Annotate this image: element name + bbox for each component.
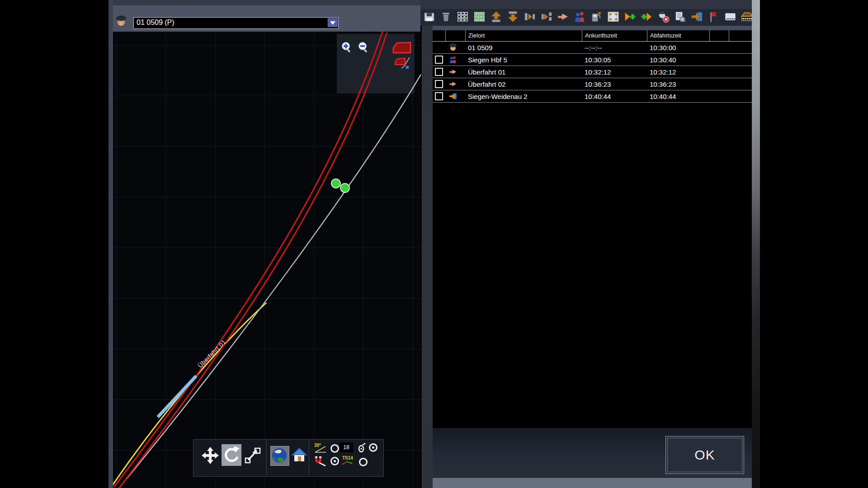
col-icon (445, 30, 465, 41)
zielort-cell: Siegen Hbf 5 (465, 56, 582, 64)
row-checkbox[interactable] (435, 68, 443, 76)
signal-large-icon[interactable] (392, 42, 411, 54)
refuel-icon[interactable] (590, 10, 603, 23)
globe-button[interactable] (270, 446, 289, 466)
table-row[interactable]: Überfahrt 01 10:32:12 10:32:12 (433, 66, 752, 78)
append-route-start-icon[interactable] (624, 10, 636, 23)
train-driver-icon (116, 14, 127, 28)
select-hand-icon[interactable] (557, 10, 569, 23)
layer-value[interactable]: 18 (340, 442, 353, 452)
col-extra-2 (729, 30, 752, 41)
ankunft-cell: --:--:-- (582, 44, 647, 52)
flag-icon[interactable] (708, 10, 720, 23)
col-zielort[interactable]: Zielort (465, 30, 582, 41)
control-panel-icon[interactable] (724, 10, 736, 23)
abfahrt-cell: 10:40:44 (647, 93, 709, 100)
ankunft-cell: 10:32:12 (582, 68, 647, 76)
zielort-cell: Siegen-Weidenau 2 (465, 93, 582, 100)
toolbar-top-strip (420, 0, 752, 9)
abfahrt-cell: 10:36:23 (647, 80, 709, 88)
dialog-bottom-bar (433, 478, 752, 488)
move-up-icon[interactable] (490, 10, 502, 23)
row-checkbox[interactable] (435, 56, 443, 64)
route-red-1 (114, 32, 382, 487)
row-checkbox[interactable] (435, 80, 443, 88)
table-gap-strip (433, 26, 752, 30)
magnet-edit-icon[interactable] (313, 455, 327, 468)
grid-icon[interactable] (457, 10, 469, 23)
table-row[interactable]: 01 0509 --:--:-- 10:30:00 (433, 42, 752, 54)
zielort-cell: Überfahrt 02 (465, 80, 582, 88)
zielort-cell: 01 0509 (465, 44, 582, 52)
route-editor-window: 01 0509 (P) Überfahrt 01 (0, 0, 868, 488)
signal-small-icon[interactable] (393, 56, 412, 71)
ts14-icon[interactable]: TS14 (342, 454, 355, 467)
radio-magnet[interactable] (330, 457, 339, 465)
scene-background-strip (752, 0, 760, 488)
delete-icon[interactable] (440, 10, 452, 23)
center-view-icon[interactable] (607, 10, 619, 23)
col-select (433, 30, 445, 41)
ok-button[interactable]: OK (665, 436, 744, 474)
zielort-cell: Überfahrt 01 (465, 68, 582, 76)
insert-before-icon[interactable] (524, 10, 536, 23)
grid-active-icon[interactable] (473, 10, 486, 23)
move-down-icon[interactable] (507, 10, 519, 23)
schedule-header: Zielort Ankunftszeit Abfahrtszeit (433, 30, 752, 42)
properties-icon[interactable] (674, 10, 686, 23)
save-icon[interactable] (423, 10, 435, 23)
track-gray (127, 75, 421, 479)
ankunft-cell: 10:30:05 (582, 56, 647, 64)
hand-pointer-icon (445, 68, 465, 76)
train-selector-value: 01 0509 (P) (137, 19, 175, 27)
map-topstrip (113, 0, 420, 5)
route-red-2 (118, 33, 387, 488)
table-row[interactable]: Siegen-Weidenau 2 10:40:44 10:40:44 (433, 90, 752, 103)
col-extra-1 (709, 30, 729, 41)
map-window-edge (108, 0, 113, 488)
remove-driver-icon[interactable] (657, 10, 670, 23)
abfahrt-cell: 10:30:00 (647, 44, 709, 52)
table-row[interactable]: Überfahrt 02 10:36:23 10:36:23 (433, 78, 752, 90)
move-object-button[interactable] (244, 447, 261, 466)
abfahrt-cell: 10:32:12 (647, 68, 709, 76)
pan-button[interactable] (202, 447, 219, 466)
ts14-label: TS14 (342, 455, 353, 460)
map-viewport[interactable]: Überfahrt 01 (113, 32, 423, 488)
append-route-end-icon[interactable] (641, 10, 653, 23)
zoom-out-button[interactable] (358, 42, 369, 53)
abfahrt-cell: 10:30:40 (647, 56, 709, 64)
green-waypoint-1[interactable] (331, 179, 340, 188)
train-driver-icon (445, 42, 465, 52)
coupling-icon[interactable] (357, 442, 366, 453)
ankunft-cell: 10:36:23 (582, 80, 647, 88)
rotate-button[interactable] (222, 444, 241, 466)
track-map: Überfahrt 01 (113, 32, 423, 488)
radio-coupling[interactable] (369, 443, 377, 452)
chevron-down-icon[interactable] (327, 18, 338, 27)
green-waypoint-2[interactable] (340, 183, 349, 192)
panel-divider (422, 26, 433, 488)
row-checkbox[interactable] (435, 92, 443, 100)
slope-icon[interactable]: 30° (314, 442, 327, 454)
radio-slope[interactable] (330, 444, 339, 453)
table-row[interactable]: Siegen Hbf 5 10:30:05 10:30:40 (433, 54, 752, 66)
route-end-icon (445, 92, 465, 100)
ankunft-cell: 10:40:44 (582, 93, 647, 100)
col-ankunftszeit[interactable]: Ankunftszeit (582, 30, 647, 41)
radio-ts14[interactable] (359, 458, 368, 466)
svg-text:30°: 30° (314, 443, 321, 448)
zoom-in-button[interactable] (341, 42, 352, 53)
train-selector[interactable]: 01 0509 (P) (133, 17, 339, 29)
main-toolbar (420, 0, 752, 26)
passengers-icon[interactable] (574, 10, 586, 23)
home-button[interactable] (291, 447, 307, 466)
goto-contact-icon[interactable] (691, 10, 703, 23)
schedule-table: Zielort Ankunftszeit Abfahrtszeit 01 050… (433, 30, 752, 428)
passengers-icon (445, 55, 465, 64)
depot-icon[interactable] (741, 10, 753, 23)
col-abfahrtszeit[interactable]: Abfahrtszeit (647, 30, 709, 41)
route-label: Überfahrt 01 (197, 338, 227, 369)
insert-after-icon[interactable] (540, 10, 552, 23)
hand-pointer-icon (445, 80, 465, 88)
